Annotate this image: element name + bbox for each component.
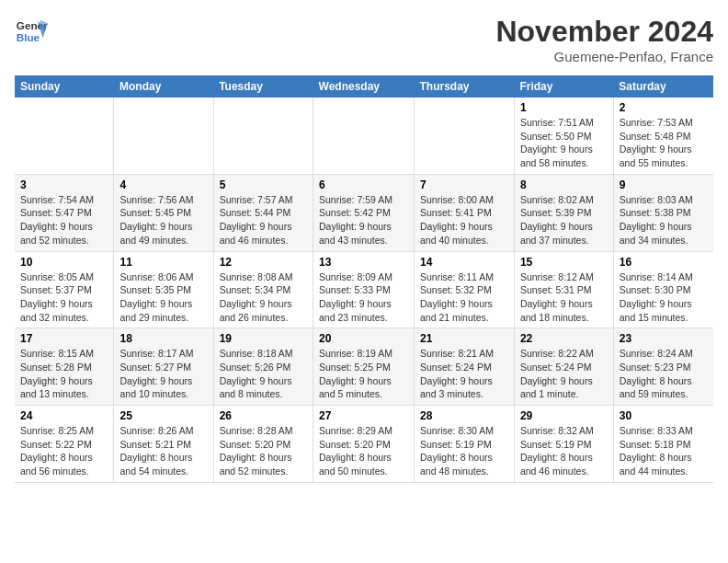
day-info: Sunrise: 8:26 AM Sunset: 5:21 PM Dayligh…	[119, 424, 207, 478]
calendar-cell: 14Sunrise: 8:11 AM Sunset: 5:32 PM Dayli…	[415, 251, 515, 328]
day-info: Sunrise: 8:12 AM Sunset: 5:31 PM Dayligh…	[520, 270, 608, 325]
day-number: 23	[620, 332, 708, 345]
day-number: 14	[420, 256, 508, 269]
day-number: 27	[319, 409, 408, 422]
title-area: November 2024 Guemene-Penfao, France	[495, 15, 713, 64]
day-info: Sunrise: 8:32 AM Sunset: 5:19 PM Dayligh…	[520, 424, 608, 478]
day-info: Sunrise: 8:14 AM Sunset: 5:30 PM Dayligh…	[620, 270, 708, 325]
day-number: 13	[319, 256, 408, 269]
logo-icon: General Blue	[15, 15, 48, 48]
calendar-cell: 1Sunrise: 7:51 AM Sunset: 5:50 PM Daylig…	[514, 98, 613, 174]
calendar-cell: 30Sunrise: 8:33 AM Sunset: 5:18 PM Dayli…	[613, 406, 713, 483]
calendar-cell	[415, 98, 515, 174]
calendar-cell: 22Sunrise: 8:22 AM Sunset: 5:24 PM Dayli…	[514, 328, 613, 406]
day-info: Sunrise: 8:15 AM Sunset: 5:28 PM Dayligh…	[20, 347, 108, 401]
day-info: Sunrise: 8:30 AM Sunset: 5:19 PM Dayligh…	[420, 424, 508, 478]
day-info: Sunrise: 8:05 AM Sunset: 5:37 PM Dayligh…	[20, 270, 108, 325]
weekday-header-thursday: Thursday	[415, 75, 515, 98]
calendar-cell: 25Sunrise: 8:26 AM Sunset: 5:21 PM Dayli…	[114, 406, 213, 483]
header: General Blue November 2024 Guemene-Penfa…	[15, 15, 713, 64]
day-info: Sunrise: 8:03 AM Sunset: 5:38 PM Dayligh…	[620, 193, 708, 247]
logo: General Blue	[15, 15, 48, 48]
calendar-cell: 20Sunrise: 8:19 AM Sunset: 5:25 PM Dayli…	[313, 328, 415, 406]
day-number: 26	[220, 409, 307, 422]
day-number: 22	[520, 332, 608, 345]
day-number: 29	[520, 409, 608, 422]
calendar-cell: 26Sunrise: 8:28 AM Sunset: 5:20 PM Dayli…	[213, 406, 313, 483]
day-info: Sunrise: 7:54 AM Sunset: 5:47 PM Dayligh…	[20, 193, 108, 247]
weekday-header-tuesday: Tuesday	[213, 75, 313, 98]
calendar-cell: 28Sunrise: 8:30 AM Sunset: 5:19 PM Dayli…	[415, 406, 515, 483]
day-info: Sunrise: 8:22 AM Sunset: 5:24 PM Dayligh…	[520, 347, 608, 401]
calendar-cell: 2Sunrise: 7:53 AM Sunset: 5:48 PM Daylig…	[613, 98, 713, 174]
calendar-cell: 21Sunrise: 8:21 AM Sunset: 5:24 PM Dayli…	[415, 328, 515, 406]
weekday-header-wednesday: Wednesday	[313, 75, 415, 98]
calendar-cell: 9Sunrise: 8:03 AM Sunset: 5:38 PM Daylig…	[613, 174, 713, 251]
location-subtitle: Guemene-Penfao, France	[495, 49, 713, 64]
day-number: 6	[319, 178, 408, 191]
calendar-cell: 16Sunrise: 8:14 AM Sunset: 5:30 PM Dayli…	[613, 251, 713, 328]
day-number: 3	[20, 178, 108, 191]
day-number: 28	[420, 409, 508, 422]
day-number: 21	[420, 332, 508, 345]
day-info: Sunrise: 8:19 AM Sunset: 5:25 PM Dayligh…	[319, 347, 408, 401]
day-number: 30	[620, 409, 708, 422]
calendar-cell: 24Sunrise: 8:25 AM Sunset: 5:22 PM Dayli…	[15, 406, 114, 483]
calendar-cell: 8Sunrise: 8:02 AM Sunset: 5:39 PM Daylig…	[514, 174, 613, 251]
calendar-cell	[213, 98, 313, 174]
weekday-header-saturday: Saturday	[613, 75, 713, 98]
calendar-table: SundayMondayTuesdayWednesdayThursdayFrid…	[15, 75, 713, 483]
calendar-body: 1Sunrise: 7:51 AM Sunset: 5:50 PM Daylig…	[15, 98, 713, 482]
calendar-cell: 19Sunrise: 8:18 AM Sunset: 5:26 PM Dayli…	[213, 328, 313, 406]
day-info: Sunrise: 7:56 AM Sunset: 5:45 PM Dayligh…	[119, 193, 207, 247]
weekday-header-sunday: Sunday	[15, 75, 114, 98]
day-number: 24	[20, 409, 108, 422]
day-info: Sunrise: 8:02 AM Sunset: 5:39 PM Dayligh…	[520, 193, 608, 247]
calendar-week-0: 1Sunrise: 7:51 AM Sunset: 5:50 PM Daylig…	[15, 98, 713, 174]
day-info: Sunrise: 8:06 AM Sunset: 5:35 PM Dayligh…	[119, 270, 207, 325]
day-number: 11	[119, 256, 207, 269]
weekday-row: SundayMondayTuesdayWednesdayThursdayFrid…	[15, 75, 713, 98]
day-info: Sunrise: 8:29 AM Sunset: 5:20 PM Dayligh…	[319, 424, 408, 478]
day-info: Sunrise: 8:25 AM Sunset: 5:22 PM Dayligh…	[20, 424, 108, 478]
calendar-cell: 13Sunrise: 8:09 AM Sunset: 5:33 PM Dayli…	[313, 251, 415, 328]
day-number: 4	[119, 178, 207, 191]
day-info: Sunrise: 8:11 AM Sunset: 5:32 PM Dayligh…	[420, 270, 508, 325]
day-number: 15	[520, 256, 608, 269]
day-info: Sunrise: 8:21 AM Sunset: 5:24 PM Dayligh…	[420, 347, 508, 401]
day-number: 7	[420, 178, 508, 191]
calendar-cell: 12Sunrise: 8:08 AM Sunset: 5:34 PM Dayli…	[213, 251, 313, 328]
calendar-cell: 6Sunrise: 7:59 AM Sunset: 5:42 PM Daylig…	[313, 174, 415, 251]
calendar-week-2: 10Sunrise: 8:05 AM Sunset: 5:37 PM Dayli…	[15, 251, 713, 328]
day-number: 12	[220, 256, 307, 269]
calendar-cell: 27Sunrise: 8:29 AM Sunset: 5:20 PM Dayli…	[313, 406, 415, 483]
calendar-cell	[114, 98, 213, 174]
day-number: 9	[620, 178, 708, 191]
calendar-cell: 4Sunrise: 7:56 AM Sunset: 5:45 PM Daylig…	[114, 174, 213, 251]
calendar-cell: 7Sunrise: 8:00 AM Sunset: 5:41 PM Daylig…	[415, 174, 515, 251]
weekday-header-monday: Monday	[114, 75, 213, 98]
day-number: 8	[520, 178, 608, 191]
calendar-cell: 17Sunrise: 8:15 AM Sunset: 5:28 PM Dayli…	[15, 328, 114, 406]
svg-text:Blue: Blue	[17, 31, 40, 43]
day-info: Sunrise: 8:24 AM Sunset: 5:23 PM Dayligh…	[620, 347, 708, 401]
calendar-week-1: 3Sunrise: 7:54 AM Sunset: 5:47 PM Daylig…	[15, 174, 713, 251]
day-info: Sunrise: 8:17 AM Sunset: 5:27 PM Dayligh…	[119, 347, 207, 401]
calendar-week-3: 17Sunrise: 8:15 AM Sunset: 5:28 PM Dayli…	[15, 328, 713, 406]
day-number: 16	[620, 256, 708, 269]
day-number: 1	[520, 101, 608, 114]
day-number: 19	[220, 332, 307, 345]
day-info: Sunrise: 8:09 AM Sunset: 5:33 PM Dayligh…	[319, 270, 408, 325]
day-number: 17	[20, 332, 108, 345]
calendar-cell: 11Sunrise: 8:06 AM Sunset: 5:35 PM Dayli…	[114, 251, 213, 328]
day-number: 5	[220, 178, 307, 191]
day-info: Sunrise: 7:57 AM Sunset: 5:44 PM Dayligh…	[220, 193, 307, 247]
day-info: Sunrise: 8:08 AM Sunset: 5:34 PM Dayligh…	[220, 270, 307, 325]
day-number: 18	[119, 332, 207, 345]
calendar-cell	[313, 98, 415, 174]
calendar-cell: 29Sunrise: 8:32 AM Sunset: 5:19 PM Dayli…	[514, 406, 613, 483]
day-info: Sunrise: 7:51 AM Sunset: 5:50 PM Dayligh…	[520, 116, 608, 170]
calendar-cell: 23Sunrise: 8:24 AM Sunset: 5:23 PM Dayli…	[613, 328, 713, 406]
day-info: Sunrise: 8:00 AM Sunset: 5:41 PM Dayligh…	[420, 193, 508, 247]
calendar-cell: 3Sunrise: 7:54 AM Sunset: 5:47 PM Daylig…	[15, 174, 114, 251]
